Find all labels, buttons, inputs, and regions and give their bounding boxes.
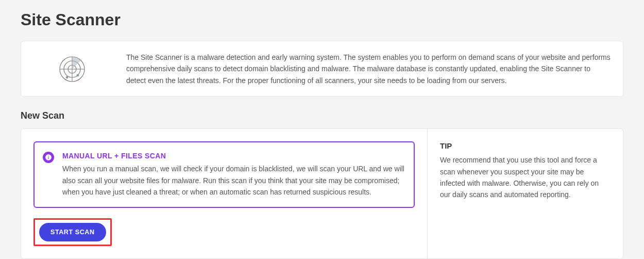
tip-body: We recommend that you use this tool and … [440, 154, 611, 201]
intro-card: The Site Scanner is a malware detection … [21, 41, 623, 97]
manual-scan-info-box: MANUAL URL + FILES SCAN When you run a m… [33, 141, 415, 208]
start-scan-highlight: START SCAN [33, 218, 112, 246]
section-title-new-scan: New Scan [21, 110, 623, 121]
svg-point-6 [66, 76, 69, 78]
tip-panel: TIP We recommend that you use this tool … [427, 129, 623, 258]
intro-description: The Site Scanner is a malware detection … [126, 52, 611, 86]
page-title: Site Scanner [21, 10, 623, 29]
new-scan-card: MANUAL URL + FILES SCAN When you run a m… [21, 128, 623, 259]
info-icon [43, 152, 54, 163]
start-scan-button[interactable]: START SCAN [39, 223, 106, 241]
info-box-body: When you run a manual scan, we will chec… [62, 163, 404, 198]
tip-heading: TIP [440, 141, 611, 150]
info-box-heading: MANUAL URL + FILES SCAN [62, 152, 404, 160]
new-scan-left-column: MANUAL URL + FILES SCAN When you run a m… [21, 129, 427, 258]
radar-icon [33, 55, 111, 84]
svg-point-5 [77, 74, 79, 76]
